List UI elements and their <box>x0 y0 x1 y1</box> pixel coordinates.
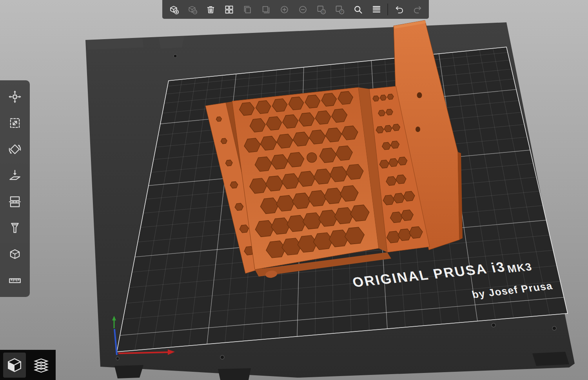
variable-layer-height-button[interactable] <box>367 1 385 18</box>
redo-button[interactable] <box>408 1 426 18</box>
rotate-diamond-icon <box>8 142 22 156</box>
place-on-face-gizmo-button[interactable] <box>3 164 27 187</box>
search-button[interactable] <box>349 1 367 18</box>
slicer-3d-view: ORIGINAL PRUSA i3 MK3 by Josef Prusa <box>0 0 588 380</box>
measure-button[interactable] <box>3 269 27 292</box>
paste-icon <box>261 4 271 15</box>
cut-gizmo-button[interactable] <box>3 190 27 214</box>
delete-object-button[interactable] <box>183 1 201 18</box>
layers-lines-icon <box>371 4 382 15</box>
preview-toggle[interactable] <box>30 353 53 378</box>
view-toggle-panel <box>0 350 56 380</box>
bed-brand-model: MK3 <box>506 261 534 275</box>
undo-arrow-icon <box>394 4 405 15</box>
layers-stack-icon <box>33 357 49 373</box>
cut-planes-icon <box>8 195 22 209</box>
paint-funnel-icon <box>8 221 22 235</box>
move-gizmo-button[interactable] <box>3 85 27 109</box>
ruler-icon <box>8 273 22 288</box>
cube-minus-icon <box>187 4 198 15</box>
split-to-objects-button[interactable]: O <box>312 1 330 18</box>
copy-icon <box>242 4 253 15</box>
editor-3d-toggle[interactable] <box>3 353 26 378</box>
toolbar-separator <box>387 4 388 15</box>
rotate-gizmo-button[interactable] <box>3 138 27 161</box>
place-on-face-icon <box>8 168 22 183</box>
trash-icon <box>205 4 216 15</box>
svg-text:P: P <box>340 9 343 13</box>
arrange-button[interactable] <box>220 1 238 18</box>
top-toolbar: O P <box>162 0 429 19</box>
add-instance-button[interactable] <box>275 1 293 18</box>
add-object-button[interactable] <box>165 1 183 18</box>
left-toolbar <box>0 80 30 297</box>
seam-cube-icon <box>8 247 22 261</box>
svg-text:O: O <box>322 9 325 13</box>
scale-gizmo-button[interactable] <box>3 111 27 135</box>
redo-arrow-icon <box>412 4 423 15</box>
search-icon <box>353 4 363 15</box>
remove-instance-button[interactable] <box>294 1 312 18</box>
split-parts-icon: P <box>334 4 345 15</box>
scale-arrow-icon <box>8 116 22 130</box>
minus-circle-icon <box>298 4 308 15</box>
seam-painting-button[interactable] <box>3 242 27 266</box>
cube-plus-icon <box>169 4 179 15</box>
paint-supports-button[interactable] <box>3 216 27 240</box>
copy-button[interactable] <box>238 1 256 18</box>
move-arrows-icon <box>8 90 22 104</box>
viewport-3d[interactable]: ORIGINAL PRUSA i3 MK3 by Josef Prusa <box>0 0 588 380</box>
cube-solid-icon <box>6 357 23 373</box>
delete-all-button[interactable] <box>201 1 220 18</box>
split-objects-icon: O <box>316 4 327 15</box>
undo-button[interactable] <box>390 1 408 18</box>
arrange-grid-icon <box>224 4 234 15</box>
paste-button[interactable] <box>257 1 275 18</box>
plus-circle-icon <box>279 4 290 15</box>
split-to-parts-button[interactable]: P <box>330 1 348 18</box>
